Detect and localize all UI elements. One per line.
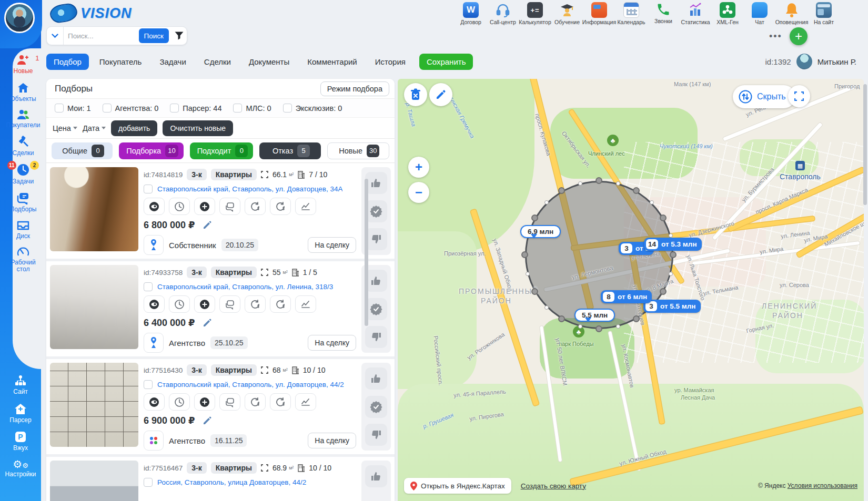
cluster-pill[interactable]: 8от 6 млн: [601, 290, 652, 303]
comments-button[interactable]: [219, 295, 240, 313]
thumb-up-button[interactable]: [365, 172, 387, 194]
sidebar-item-parser[interactable]: Парсер: [9, 403, 31, 424]
sidebar-item-objects[interactable]: Объекты: [10, 81, 36, 103]
comments-button[interactable]: [219, 393, 240, 411]
tool-calls[interactable]: Звонки: [649, 2, 678, 25]
region-handle[interactable]: [596, 177, 602, 184]
verify-badge-button[interactable]: [365, 298, 387, 320]
source-aggregator-button[interactable]: [144, 431, 164, 451]
terms-link[interactable]: Условия использования: [788, 482, 857, 489]
add-button[interactable]: +: [790, 27, 808, 45]
region-handle[interactable]: [670, 251, 677, 258]
to-deal-button[interactable]: На сделку: [308, 237, 356, 253]
thumb-up-button[interactable]: [365, 270, 387, 292]
region-midpoint[interactable]: [578, 181, 582, 186]
tab-documents[interactable]: Документы: [241, 54, 297, 70]
sidebar-item-selections[interactable]: Подборы: [10, 192, 37, 213]
edit-region-button[interactable]: [429, 83, 452, 106]
tool-chat[interactable]: Чат: [745, 2, 774, 25]
view-button[interactable]: [144, 198, 165, 215]
map[interactable]: Маяк (147 км) Пригород р. Бучинская Грем…: [398, 79, 864, 501]
view-button[interactable]: [144, 393, 165, 411]
date-sort-dropdown[interactable]: Дата: [83, 124, 106, 132]
checkbox-my[interactable]: Мои: 1: [55, 104, 91, 113]
region-handle[interactable]: [660, 288, 667, 295]
region-midpoint[interactable]: [616, 181, 620, 186]
listing-address-link[interactable]: Ставропольский край, Ставрополь, ул. Лен…: [157, 283, 333, 291]
history-button[interactable]: [169, 295, 190, 313]
listing-checkbox[interactable]: [144, 380, 153, 389]
region-midpoint[interactable]: [544, 305, 549, 310]
edit-price-icon[interactable]: [203, 416, 211, 425]
refresh-status-button[interactable]: [245, 393, 266, 411]
tab-buyer[interactable]: Покупатель: [92, 54, 149, 70]
app-logo[interactable]: VISION: [50, 4, 132, 22]
to-deal-button[interactable]: На сделку: [308, 335, 356, 351]
open-in-yandex-button[interactable]: Открыть в Яндекс.Картах: [404, 478, 511, 494]
price-chart-button[interactable]: [295, 295, 316, 313]
region-handle[interactable]: [521, 251, 528, 258]
add-to-button[interactable]: [194, 393, 215, 411]
user-avatar[interactable]: [4, 3, 35, 33]
price-chart-button[interactable]: [295, 393, 316, 411]
comments-button[interactable]: [219, 198, 240, 215]
listing-address-link[interactable]: Ставропольский край, Ставрополь, ул. Дов…: [157, 185, 342, 193]
region-handle[interactable]: [660, 214, 667, 221]
edit-price-icon[interactable]: [203, 319, 211, 328]
chip-selection[interactable]: Подборка10: [119, 142, 183, 159]
thumb-up-button[interactable]: [365, 367, 387, 390]
checkbox[interactable]: [170, 104, 179, 113]
refresh-data-button[interactable]: [270, 295, 291, 313]
region-midpoint[interactable]: [544, 200, 549, 205]
chip-new[interactable]: Новые30: [327, 142, 389, 159]
checkbox-exclusive[interactable]: Эксклюзив: 0: [283, 104, 342, 113]
list-scrollbar[interactable]: [365, 179, 368, 326]
region-midpoint[interactable]: [650, 200, 654, 205]
tool-calculator[interactable]: += Калькулятор: [521, 2, 549, 25]
refresh-data-button[interactable]: [270, 198, 291, 215]
chip-common[interactable]: Общие0: [52, 142, 113, 159]
sidebar-item-disk[interactable]: Диск: [16, 220, 30, 240]
hide-map-button[interactable]: Скрыть: [733, 85, 795, 108]
refresh-status-button[interactable]: [245, 198, 266, 215]
checkbox[interactable]: [233, 104, 242, 113]
sidebar-item-settings[interactable]: ⚙⚙ Настройки: [5, 459, 36, 478]
checkbox[interactable]: [283, 104, 292, 113]
tab-comment[interactable]: Комментарий: [300, 54, 364, 70]
region-midpoint[interactable]: [526, 272, 530, 276]
region-handle[interactable]: [633, 187, 640, 194]
listing-photo[interactable]: [50, 461, 138, 501]
manager-avatar[interactable]: [796, 54, 812, 69]
region-handle[interactable]: [558, 187, 565, 194]
sidebar-item-desktop[interactable]: Рабочий стол: [7, 246, 39, 272]
selection-mode-button[interactable]: Режим подбора: [320, 81, 389, 96]
source-map-button[interactable]: [144, 333, 164, 353]
source-map-button[interactable]: [144, 235, 164, 255]
price-balloon[interactable]: 5.5 млн: [574, 309, 615, 322]
verify-badge-button[interactable]: [365, 396, 387, 418]
more-menu-button[interactable]: •••: [769, 31, 782, 42]
add-to-button[interactable]: [194, 295, 215, 313]
region-handle[interactable]: [531, 214, 538, 221]
checkbox-parser[interactable]: Парсер: 44: [170, 104, 221, 113]
sidebar-item-new[interactable]: 1 Новые: [13, 54, 33, 75]
price-balloon[interactable]: 6.9 млн: [520, 225, 561, 238]
chip-suitable[interactable]: Подходит0: [190, 142, 254, 159]
tool-notifications[interactable]: Оповещения: [778, 2, 806, 25]
listing-address-link[interactable]: Россия, Ставрополь, улица Доваторцев, 44…: [157, 478, 306, 486]
price-chart-button[interactable]: [295, 198, 316, 215]
region-midpoint[interactable]: [578, 324, 582, 329]
listing-photo[interactable]: [50, 167, 138, 251]
verify-badge-button[interactable]: [365, 200, 387, 222]
search-input[interactable]: [64, 32, 139, 40]
region-handle[interactable]: [531, 288, 538, 295]
region-midpoint[interactable]: [616, 324, 620, 329]
listing-checkbox[interactable]: [144, 185, 153, 193]
tab-tasks[interactable]: Задачи: [152, 54, 193, 70]
tool-education[interactable]: Обучение: [553, 2, 581, 25]
checkbox[interactable]: [55, 104, 64, 113]
sidebar-item-site[interactable]: Сайт: [13, 374, 28, 395]
cluster-pill[interactable]: 14от 5.3 млн: [644, 238, 702, 251]
tool-info[interactable]: Информация: [585, 2, 613, 25]
listing-checkbox[interactable]: [144, 282, 153, 291]
